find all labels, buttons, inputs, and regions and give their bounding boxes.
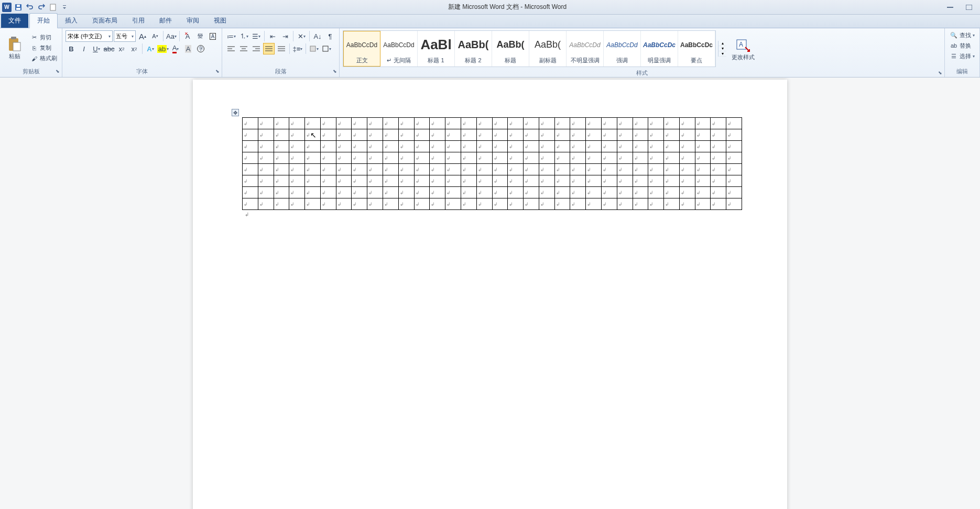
align-justify-button[interactable] — [263, 43, 275, 54]
enclose-char-button[interactable]: 字 — [195, 43, 206, 54]
multilevel-button[interactable]: ☰▾ — [251, 30, 262, 42]
bold-button[interactable]: B — [66, 43, 77, 54]
grow-font-button[interactable]: A▴ — [137, 30, 148, 42]
cut-button[interactable]: ✂剪切 — [28, 33, 59, 42]
tab-view[interactable]: 视图 — [206, 14, 234, 28]
scissors-icon: ✂ — [30, 34, 38, 42]
paste-icon — [6, 36, 23, 52]
brush-icon: 🖌 — [30, 54, 38, 63]
new-doc-icon[interactable] — [48, 3, 58, 12]
style-item-2[interactable]: AaBl标题 1 — [418, 31, 455, 67]
styles-up-button[interactable]: ▴ — [718, 41, 726, 46]
app-icon: W — [2, 3, 12, 12]
style-item-7[interactable]: AaBbCcDd强调 — [604, 31, 641, 67]
group-editing: 🔍查找▾ ab替换 ☰选择▾ 编辑 — [945, 28, 980, 77]
replace-button[interactable]: ab替换 — [948, 41, 973, 50]
paragraph-launcher[interactable]: ⬊ — [332, 69, 338, 75]
styles-down-button[interactable]: ▾ — [718, 46, 726, 51]
change-styles-button[interactable]: A 更改样式 — [728, 36, 758, 62]
redo-icon[interactable] — [37, 3, 46, 12]
svg-rect-5 — [947, 7, 953, 8]
style-item-6[interactable]: AaBbCcDd不明显强调 — [567, 31, 604, 67]
styles-label: 样式⬊ — [340, 69, 944, 77]
format-painter-button[interactable]: 🖌格式刷 — [28, 54, 59, 63]
find-button[interactable]: 🔍查找▾ — [948, 30, 976, 40]
qat-dropdown-icon[interactable] — [60, 3, 69, 12]
svg-rect-4 — [63, 5, 66, 6]
show-marks-button[interactable]: ¶ — [324, 30, 336, 42]
find-icon: 🔍 — [950, 31, 958, 39]
clear-formatting-button[interactable]: A✕ — [182, 30, 193, 42]
tab-references[interactable]: 引用 — [125, 14, 152, 28]
minimize-button[interactable] — [945, 4, 955, 11]
font-launcher[interactable]: ⬊ — [214, 69, 221, 75]
change-case-button[interactable]: Aa▾ — [166, 30, 177, 42]
editing-label: 编辑 — [945, 68, 979, 77]
text-effects-button[interactable]: A▾ — [145, 43, 156, 54]
maximize-button[interactable] — [964, 4, 974, 11]
select-icon: ☰ — [950, 52, 958, 60]
indent-increase-button[interactable]: ⇥ — [279, 30, 291, 42]
phonetic-button[interactable]: 變 — [194, 30, 206, 42]
shading-button[interactable]: ▾ — [308, 43, 320, 54]
undo-icon[interactable] — [25, 3, 35, 12]
align-distribute-button[interactable] — [276, 43, 287, 54]
align-left-button[interactable] — [225, 43, 237, 54]
tab-insert[interactable]: 插入 — [58, 14, 85, 28]
sort-button[interactable]: A↓ — [312, 30, 323, 42]
styles-more-button[interactable]: ▾ — [718, 51, 726, 57]
subscript-button[interactable]: x2 — [116, 43, 127, 54]
clipboard-launcher[interactable]: ⬊ — [55, 69, 61, 75]
align-center-button[interactable] — [238, 43, 249, 54]
tab-review[interactable]: 审阅 — [179, 14, 206, 28]
strikethrough-button[interactable]: abc — [103, 43, 115, 54]
tab-layout[interactable]: 页面布局 — [85, 14, 125, 28]
style-item-8[interactable]: AaBbCcDc明显强调 — [641, 31, 678, 67]
copy-button[interactable]: ⎘复制 — [28, 43, 59, 53]
style-item-0[interactable]: AaBbCcDd正文 — [343, 31, 380, 67]
svg-rect-25 — [310, 46, 315, 51]
numbering-button[interactable]: ⒈▾ — [238, 30, 249, 42]
tab-file[interactable]: 文件 — [1, 14, 28, 28]
char-border-button[interactable]: A — [207, 30, 219, 42]
window-title: 新建 Microsoft Word 文档 - Microsoft Word — [69, 3, 945, 12]
change-styles-icon: A — [735, 37, 752, 53]
shrink-font-button[interactable]: A▾ — [149, 30, 161, 42]
font-size-combo[interactable]: 五号▾ — [114, 30, 136, 42]
styles-launcher[interactable]: ⬊ — [937, 70, 943, 76]
svg-rect-3 — [50, 4, 56, 10]
superscript-button[interactable]: x2 — [128, 43, 140, 54]
tab-home[interactable]: 开始 — [29, 13, 58, 28]
tab-mail[interactable]: 邮件 — [152, 14, 179, 28]
align-right-button[interactable] — [251, 43, 262, 54]
asian-layout-button[interactable]: ✕▾ — [296, 30, 307, 42]
font-name-combo[interactable]: 宋体 (中文正)▾ — [66, 30, 113, 42]
underline-button[interactable]: U▾ — [91, 43, 102, 54]
style-item-4[interactable]: AaBb(标题 — [492, 31, 529, 67]
italic-button[interactable]: I — [78, 43, 90, 54]
svg-rect-26 — [323, 46, 328, 51]
highlight-button[interactable]: ab▾ — [157, 43, 169, 54]
svg-text:A: A — [739, 41, 743, 48]
indent-decrease-button[interactable]: ⇤ — [267, 30, 278, 42]
quick-access-toolbar: W — [2, 3, 69, 12]
borders-button[interactable]: ▾ — [321, 43, 332, 54]
paste-button[interactable]: 粘贴 — [3, 35, 26, 61]
line-spacing-button[interactable]: ‡≡▾ — [292, 43, 303, 54]
save-icon[interactable] — [14, 3, 23, 12]
clipboard-label: 剪贴板⬊ — [0, 68, 62, 77]
replace-icon: ab — [950, 41, 958, 50]
style-item-1[interactable]: AaBbCcDd↵ 无间隔 — [380, 31, 418, 67]
styles-gallery: AaBbCcDd正文AaBbCcDd↵ 无间隔AaBl标题 1AaBb(标题 2… — [343, 30, 716, 67]
style-item-3[interactable]: AaBb(标题 2 — [455, 31, 492, 67]
style-item-5[interactable]: AaBb(副标题 — [529, 31, 567, 67]
style-item-9[interactable]: AaBbCcDc要点 — [678, 31, 715, 67]
font-label: 字体⬊ — [62, 68, 222, 77]
char-shading-button[interactable]: A — [182, 43, 194, 54]
bullets-button[interactable]: ≔▾ — [225, 30, 237, 42]
title-bar: W 新建 Microsoft Word 文档 - Microsoft Word — [0, 0, 980, 15]
svg-rect-8 — [11, 37, 16, 39]
font-color-button[interactable]: A▾ — [170, 43, 181, 54]
svg-rect-6 — [966, 5, 972, 10]
select-button[interactable]: ☰选择▾ — [948, 51, 976, 61]
